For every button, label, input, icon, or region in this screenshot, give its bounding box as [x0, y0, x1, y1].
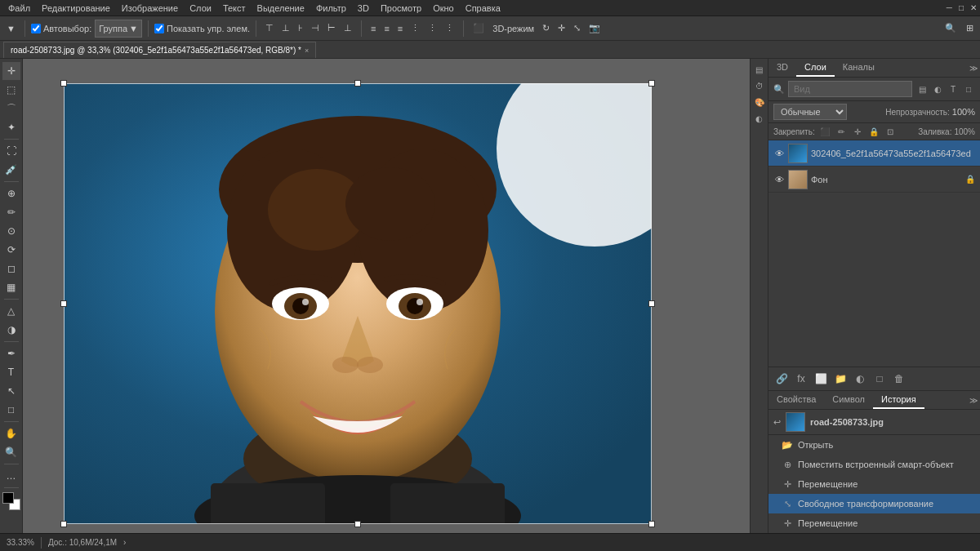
align-center-btn[interactable]: ⊢ — [324, 21, 339, 35]
history-icon-btn[interactable]: ⏱ — [752, 78, 767, 93]
handle-top-right[interactable] — [648, 80, 655, 87]
crop-tool[interactable]: ⛶ — [2, 142, 20, 160]
history-collapse-btn[interactable]: ≫ — [967, 393, 980, 407]
handle-bottom-middle[interactable] — [354, 521, 361, 527]
heal-tool[interactable]: ⊕ — [2, 184, 20, 202]
tab-close-btn[interactable]: × — [305, 47, 309, 55]
layer-item-1[interactable]: 👁 302406_5e2f1a56473a55e2f1a56473ed — [768, 140, 980, 167]
scale3d-btn[interactable]: ⤡ — [570, 21, 584, 35]
lock-image-btn[interactable]: ✏ — [835, 125, 848, 138]
filter-adj-btn[interactable]: ◐ — [931, 82, 944, 96]
handle-bottom-left[interactable] — [60, 521, 67, 527]
search-btn[interactable]: 🔍 — [942, 21, 960, 35]
hand-tool[interactable]: ✋ — [2, 424, 20, 442]
menu-item-view[interactable]: Просмотр — [376, 2, 426, 15]
dist-center-btn[interactable]: ⋮ — [425, 21, 440, 35]
move3d-btn[interactable]: ✛ — [555, 21, 568, 35]
delete-layer-btn[interactable]: 🗑 — [891, 371, 907, 387]
fx-btn[interactable]: fx — [793, 371, 809, 387]
menu-item-window[interactable]: Окно — [428, 2, 459, 15]
eyedropper-tool[interactable]: 💉 — [2, 161, 20, 179]
camera-btn[interactable]: 📷 — [586, 21, 604, 35]
menu-item-filter[interactable]: Фильтр — [311, 2, 351, 15]
panel-toggle-btn[interactable]: ⊞ — [963, 21, 977, 35]
shape-tool[interactable]: □ — [2, 401, 20, 419]
tab-properties[interactable]: Свойства — [768, 391, 824, 409]
magic-wand-tool[interactable]: ✦ — [2, 118, 20, 136]
lock-all-btn[interactable]: 🔒 — [867, 125, 880, 138]
link-layers-btn[interactable]: 🔗 — [773, 371, 790, 387]
lock-transparent-btn[interactable]: ⬛ — [818, 125, 831, 138]
blur-tool[interactable]: △ — [2, 302, 20, 320]
dist-middle-btn[interactable]: ≡ — [381, 22, 392, 35]
filter-shape-btn[interactable]: □ — [962, 82, 975, 96]
menu-item-edit[interactable]: Редактирование — [37, 2, 115, 15]
blend-mode-dropdown[interactable]: Обычные — [773, 104, 847, 120]
dist-right-btn[interactable]: ⋮ — [442, 21, 457, 35]
history-item-move1[interactable]: ✛ Перемещение — [768, 474, 980, 494]
handle-bottom-right[interactable] — [648, 521, 655, 527]
align-left-btn[interactable]: ⊣ — [308, 21, 323, 35]
rect-select-tool[interactable]: ⬚ — [2, 81, 20, 99]
lasso-tool[interactable]: ⌒ — [2, 100, 20, 118]
zoom-tool[interactable]: 🔍 — [2, 443, 20, 461]
gradient-tool[interactable]: ▦ — [2, 278, 20, 296]
menu-item-select[interactable]: Выделение — [252, 2, 310, 15]
document-tab[interactable]: road-2508733.jpg @ 33,3% (302406_5e2f1a5… — [3, 42, 316, 58]
filter-pixel-btn[interactable]: ▤ — [915, 82, 929, 96]
handle-top-left[interactable] — [60, 80, 67, 87]
align-middle-btn[interactable]: ⊥ — [278, 21, 293, 35]
layer-visibility-1[interactable]: 👁 — [773, 148, 785, 159]
history-item-transform[interactable]: ⤡ Свободное трансформирование — [768, 494, 980, 513]
close-button[interactable]: ✕ — [970, 3, 977, 12]
layer-visibility-2[interactable]: 👁 — [773, 174, 785, 185]
layers-search-input[interactable] — [788, 81, 912, 97]
menu-item-3d[interactable]: 3D — [353, 2, 374, 15]
handle-top-middle[interactable] — [354, 80, 361, 87]
rotation-btn[interactable]: ↻ — [539, 21, 553, 35]
menu-item-text[interactable]: Текст — [218, 2, 251, 15]
color-icon-btn[interactable]: 🎨 — [752, 95, 767, 109]
menu-item-help[interactable]: Справка — [461, 2, 506, 15]
pen-tool[interactable]: ✒ — [2, 344, 20, 362]
dist-bottom-btn[interactable]: ≡ — [394, 22, 406, 35]
mode-3d-btn[interactable]: 3D-режим — [489, 22, 537, 35]
menu-item-file[interactable]: Файл — [3, 2, 35, 15]
brush-tool[interactable]: ✏ — [2, 203, 20, 221]
layers-icon-btn[interactable]: ▤ — [752, 62, 767, 77]
maximize-button[interactable]: □ — [959, 3, 964, 12]
path-select-tool[interactable]: ↖ — [2, 382, 20, 400]
dist-top-btn[interactable]: ≡ — [368, 22, 379, 35]
align-bottom-btn[interactable]: ⊦ — [295, 21, 306, 35]
text-tool[interactable]: T — [2, 363, 20, 381]
lock-artboard-btn[interactable]: ⊡ — [884, 125, 897, 138]
dist-left-btn[interactable]: ⋮ — [408, 21, 423, 35]
handle-middle-right[interactable] — [648, 300, 655, 307]
history-item-smart[interactable]: ⊕ Поместить встроенный смарт-объект — [768, 455, 980, 474]
tab-3d[interactable]: 3D — [768, 59, 796, 77]
new-layer-btn[interactable]: □ — [871, 371, 888, 387]
more-tools-btn[interactable]: … — [2, 467, 20, 485]
eraser-tool[interactable]: ◻ — [2, 260, 20, 278]
handle-middle-left[interactable] — [60, 300, 67, 307]
doc-info-arrow-btn[interactable]: › — [123, 538, 126, 547]
lock-pos-btn[interactable]: ✛ — [851, 125, 864, 138]
panel-collapse-btn[interactable]: ≫ — [967, 61, 980, 74]
canvas-document[interactable] — [64, 83, 652, 524]
filter-text-btn[interactable]: T — [947, 82, 960, 96]
tab-channels[interactable]: Каналы — [835, 59, 883, 77]
move-tool[interactable]: ✛ — [2, 62, 20, 80]
show-controls-checkbox[interactable]: Показать упр. элем. — [154, 24, 250, 33]
add-mask-btn[interactable]: ⬜ — [813, 371, 829, 387]
auto-select-checkbox[interactable]: Автовыбор: — [31, 24, 91, 33]
foreground-color-swatch[interactable] — [2, 492, 14, 504]
new-adjustment-btn[interactable]: ◐ — [852, 371, 868, 387]
layer-item-2[interactable]: 👁 Фон 🔒 — [768, 167, 980, 193]
align-right-btn[interactable]: ⊥ — [341, 21, 355, 35]
clone-tool[interactable]: ⊙ — [2, 222, 20, 240]
tab-character[interactable]: Символ — [824, 391, 873, 409]
menu-item-image[interactable]: Изображение — [117, 2, 183, 15]
align-top-btn[interactable]: ⊤ — [262, 21, 277, 35]
history-brush-tool[interactable]: ⟳ — [2, 241, 20, 259]
tab-layers[interactable]: Слои — [796, 59, 835, 77]
